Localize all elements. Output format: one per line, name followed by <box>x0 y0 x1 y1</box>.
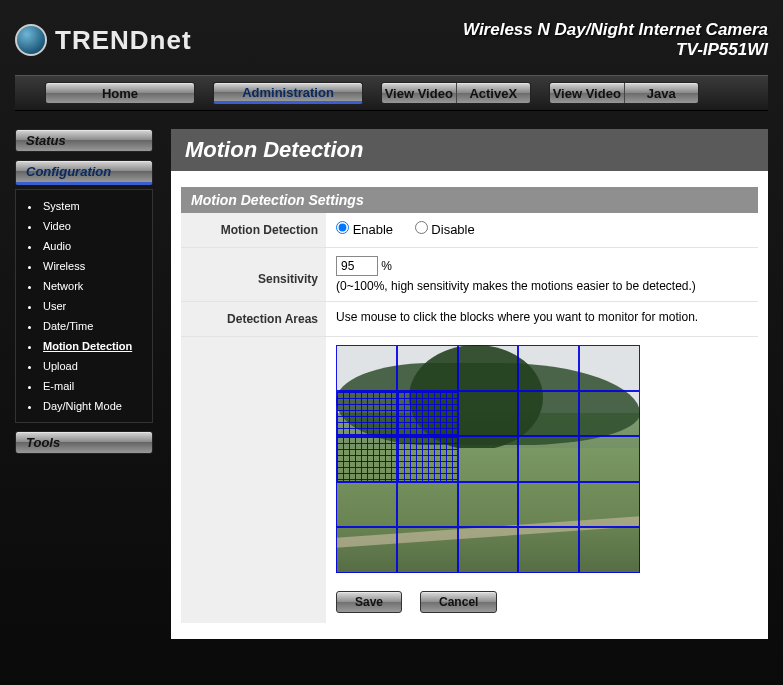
sidebar: Status Configuration SystemVideoAudioWir… <box>15 129 153 639</box>
grid-cell[interactable] <box>336 345 397 391</box>
brand-logo-icon <box>15 24 47 56</box>
grid-cell[interactable] <box>397 436 458 482</box>
grid-cell[interactable] <box>336 482 397 528</box>
grid-cell[interactable] <box>458 482 519 528</box>
product-name: Wireless N Day/Night Internet Camera <box>463 20 768 40</box>
grid-cell[interactable] <box>579 391 640 437</box>
sidebar-menu: SystemVideoAudioWirelessNetworkUserDate/… <box>15 189 153 423</box>
grid-cell[interactable] <box>518 482 579 528</box>
grid-cell[interactable] <box>579 436 640 482</box>
sidebar-item-date-time[interactable]: Date/Time <box>28 316 146 336</box>
sidebar-item-system[interactable]: System <box>28 196 146 216</box>
sidebar-tools[interactable]: Tools <box>15 431 153 454</box>
nav-home[interactable]: Home <box>45 82 195 104</box>
sensitivity-hint: (0~100%, high sensitivity makes the moti… <box>336 279 748 293</box>
grid-cell[interactable] <box>518 436 579 482</box>
nav-view-video-2[interactable]: View Video <box>550 83 624 103</box>
sidebar-status[interactable]: Status <box>15 129 153 152</box>
grid-cell[interactable] <box>579 527 640 573</box>
main-panel: Motion Detection Motion Detection Settin… <box>171 129 768 639</box>
grid-cell[interactable] <box>397 527 458 573</box>
product-title: Wireless N Day/Night Internet Camera TV-… <box>463 20 768 60</box>
grid-cell[interactable] <box>579 345 640 391</box>
sidebar-item-user[interactable]: User <box>28 296 146 316</box>
grid-cell[interactable] <box>397 391 458 437</box>
radio-disable[interactable] <box>415 221 428 234</box>
nav-view-video-java[interactable]: View Video Java <box>549 82 699 104</box>
grid-cell[interactable] <box>458 345 519 391</box>
sidebar-item-day-night-mode[interactable]: Day/Night Mode <box>28 396 146 416</box>
nav-activex[interactable]: ActiveX <box>457 83 531 103</box>
settings-header: Motion Detection Settings <box>181 187 758 213</box>
grid-cell[interactable] <box>518 345 579 391</box>
nav-view-video-activex[interactable]: View Video ActiveX <box>381 82 531 104</box>
nav-java[interactable]: Java <box>625 83 699 103</box>
grid-cell[interactable] <box>336 391 397 437</box>
percent-sign: % <box>381 259 392 273</box>
label-motion-detection: Motion Detection <box>181 213 326 247</box>
grid-cell[interactable] <box>518 527 579 573</box>
radio-enable[interactable] <box>336 221 349 234</box>
sidebar-item-motion-detection[interactable]: Motion Detection <box>28 336 146 356</box>
sensitivity-input[interactable] <box>336 256 378 276</box>
product-model: TV-IP551WI <box>463 40 768 60</box>
nav-administration[interactable]: Administration <box>213 82 363 104</box>
sidebar-item-network[interactable]: Network <box>28 276 146 296</box>
grid-cell[interactable] <box>458 436 519 482</box>
cancel-button[interactable]: Cancel <box>420 591 497 613</box>
sidebar-item-wireless[interactable]: Wireless <box>28 256 146 276</box>
grid-cell[interactable] <box>397 345 458 391</box>
save-button[interactable]: Save <box>336 591 402 613</box>
radio-disable-wrap[interactable]: Disable <box>415 222 475 237</box>
radio-disable-label: Disable <box>431 222 474 237</box>
grid-cell[interactable] <box>518 391 579 437</box>
detection-areas-hint: Use mouse to click the blocks where you … <box>326 302 758 336</box>
grid-cell[interactable] <box>397 482 458 528</box>
radio-enable-label: Enable <box>353 222 393 237</box>
grid-cell[interactable] <box>458 391 519 437</box>
sidebar-item-upload[interactable]: Upload <box>28 356 146 376</box>
page-title: Motion Detection <box>171 129 768 171</box>
grid-cell[interactable] <box>579 482 640 528</box>
brand: TRENDnet <box>15 24 192 56</box>
grid-cell[interactable] <box>458 527 519 573</box>
detection-grid <box>336 345 640 573</box>
main-nav: Home Administration View Video ActiveX V… <box>15 75 768 111</box>
label-detection-areas: Detection Areas <box>181 302 326 336</box>
sidebar-item-e-mail[interactable]: E-mail <box>28 376 146 396</box>
header: TRENDnet Wireless N Day/Night Internet C… <box>15 10 768 75</box>
nav-view-video-1[interactable]: View Video <box>382 83 456 103</box>
label-sensitivity: Sensitivity <box>181 248 326 301</box>
brand-text: TRENDnet <box>55 25 192 56</box>
sidebar-item-audio[interactable]: Audio <box>28 236 146 256</box>
sidebar-item-video[interactable]: Video <box>28 216 146 236</box>
radio-enable-wrap[interactable]: Enable <box>336 222 397 237</box>
sidebar-configuration[interactable]: Configuration <box>15 160 153 185</box>
grid-cell[interactable] <box>336 527 397 573</box>
grid-cell[interactable] <box>336 436 397 482</box>
